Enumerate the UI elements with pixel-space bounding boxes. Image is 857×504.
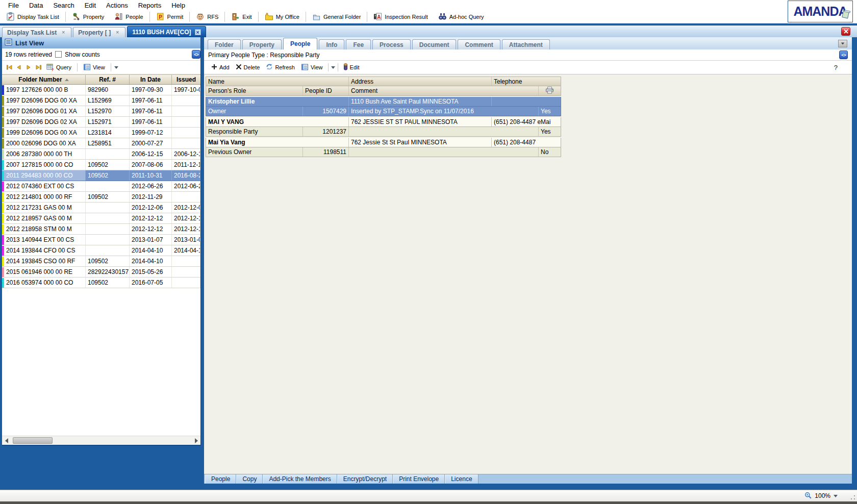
view-button[interactable]: View bbox=[298, 62, 325, 72]
detail-tab[interactable]: Document bbox=[412, 39, 457, 49]
detail-tab[interactable]: People bbox=[283, 38, 317, 49]
column-header-in-date[interactable]: In Date bbox=[130, 75, 172, 84]
resize-grip[interactable] bbox=[850, 495, 855, 500]
column-header-issued[interactable]: Issued bbox=[172, 75, 200, 84]
last-page-button[interactable] bbox=[34, 63, 42, 72]
folder-row[interactable]: 2014 193844 CFO 00 CS 2014-04-10 2014-04… bbox=[2, 245, 200, 256]
folder-row[interactable]: 2012 218958 STM 00 M 2012-12-12 2012-12-… bbox=[2, 224, 200, 235]
folder-row[interactable]: 2007 127815 000 00 CO 109502 2007-08-06 … bbox=[2, 160, 200, 170]
help-button[interactable]: ? bbox=[834, 64, 838, 71]
column-header-address[interactable]: Address bbox=[349, 77, 492, 86]
column-header-telephone[interactable]: Telephone bbox=[492, 77, 561, 86]
folder-row[interactable]: 1997 D26096 DOG 02 XA L152971 1997-06-11 bbox=[2, 117, 200, 128]
column-header-people-id[interactable]: People ID bbox=[303, 86, 349, 95]
people-bottom-tab[interactable]: Encrypt/Decrypt bbox=[337, 474, 393, 484]
detail-tab[interactable]: Info bbox=[319, 39, 344, 49]
folder-row[interactable]: 2012 217231 GAS 00 M 2012-12-06 2012-12-… bbox=[2, 203, 200, 213]
refresh-button[interactable]: Refresh bbox=[263, 62, 297, 72]
folder-row[interactable]: 2012 218957 GAS 00 M 2012-12-12 2012-12-… bbox=[2, 213, 200, 224]
main-toolbar: Display Task List Property People P Perm… bbox=[0, 10, 857, 23]
folder-row[interactable]: 2012 214801 000 00 RF 109502 2012-11-29 bbox=[2, 192, 200, 203]
column-header-ref[interactable]: Ref. # bbox=[86, 75, 130, 84]
people-bottom-tab[interactable]: Add-Pick the Members bbox=[263, 474, 337, 484]
general-folder-button[interactable]: General Folder bbox=[307, 11, 366, 22]
view-dropdown-icon[interactable] bbox=[114, 66, 118, 69]
tab-overflow-button[interactable] bbox=[838, 40, 847, 47]
menu-item[interactable]: Help bbox=[166, 2, 190, 9]
folder-row[interactable]: 2015 061946 000 00 RE 282922430157 2015-… bbox=[2, 267, 200, 278]
permit-button[interactable]: P Permit bbox=[151, 11, 189, 22]
previous-page-button[interactable] bbox=[15, 63, 23, 72]
folder-row[interactable]: 2006 287380 000 00 TH 2006-12-15 2006-12… bbox=[2, 149, 200, 160]
people-bottom-tab[interactable]: Print Envelope bbox=[393, 474, 445, 484]
adhoc-query-button[interactable]: Ad-hoc Query bbox=[433, 11, 489, 22]
panel-collapse-icon[interactable] bbox=[839, 51, 848, 59]
add-button[interactable]: Add bbox=[209, 62, 232, 72]
detail-tab[interactable]: Attachment bbox=[502, 39, 550, 49]
next-page-button[interactable] bbox=[24, 63, 33, 72]
close-tab-icon[interactable] bbox=[60, 30, 66, 36]
tab-display-task-list[interactable]: Display Task List bbox=[2, 27, 71, 37]
column-header-comment[interactable]: Comment bbox=[349, 86, 539, 95]
my-office-button[interactable]: My Office bbox=[260, 11, 305, 22]
show-counts-checkbox[interactable] bbox=[55, 51, 62, 58]
horizontal-scrollbar[interactable] bbox=[2, 436, 200, 445]
people-bottom-tab[interactable]: Licence bbox=[445, 474, 478, 484]
property-button[interactable]: Property bbox=[67, 11, 110, 22]
query-button[interactable]: ? Query bbox=[44, 62, 74, 72]
detail-tab[interactable]: Property bbox=[242, 39, 282, 49]
folder-row[interactable]: 1997 D26096 DOG 00 XA L152969 1997-06-11 bbox=[2, 95, 200, 106]
column-header-persons-role[interactable]: Person's Role bbox=[206, 86, 303, 95]
detail-tab[interactable]: Process bbox=[372, 39, 411, 49]
tab-property[interactable]: Property [ ] bbox=[73, 27, 125, 37]
folder-row[interactable]: 2013 140944 EXT 00 CS 2013-01-07 2013-01… bbox=[2, 235, 200, 245]
folder-row[interactable]: 1997 D26096 DOG 01 XA L152970 1997-06-11 bbox=[2, 106, 200, 117]
first-page-button[interactable] bbox=[5, 63, 13, 72]
people-bottom-tab[interactable]: People bbox=[205, 474, 236, 484]
display-task-list-button[interactable]: Display Task List bbox=[1, 11, 64, 22]
status-stripe bbox=[2, 149, 4, 159]
scroll-left-arrow[interactable] bbox=[2, 437, 11, 445]
delete-button[interactable]: Delete bbox=[233, 62, 263, 72]
edit-button[interactable]: Edit bbox=[341, 62, 362, 72]
close-tab-icon[interactable] bbox=[195, 29, 201, 35]
rfs-button[interactable]: RFS bbox=[191, 11, 223, 22]
view-dropdown-icon[interactable] bbox=[331, 66, 335, 69]
print-button[interactable] bbox=[539, 86, 561, 95]
folder-row[interactable]: 2012 074360 EXT 00 CS 2012-06-26 2012-06… bbox=[2, 181, 200, 192]
close-window-button[interactable] bbox=[841, 27, 850, 36]
people-bottom-tab[interactable]: Copy bbox=[236, 474, 263, 484]
inspection-result-button[interactable]: A Inspection Result bbox=[368, 11, 433, 22]
person-record[interactable]: MAI Y VANG 762 JESSIE ST ST PAUL MINNESO… bbox=[206, 117, 561, 137]
close-tab-icon[interactable] bbox=[114, 30, 120, 36]
panel-collapse-icon[interactable] bbox=[192, 50, 200, 59]
person-record[interactable]: Kristopher Lillie 1110 Bush Ave Saint Pa… bbox=[206, 97, 561, 116]
detail-tab[interactable]: Fee bbox=[346, 39, 371, 49]
people-button[interactable]: People bbox=[109, 11, 148, 22]
detail-tab[interactable]: Comment bbox=[458, 39, 500, 49]
menu-item[interactable]: Edit bbox=[80, 2, 101, 9]
view-button[interactable]: View bbox=[81, 62, 108, 72]
folder-row[interactable]: 2014 193845 CSO 00 RF 109502 2014-04-10 bbox=[2, 256, 200, 267]
menu-item[interactable]: Reports bbox=[133, 2, 167, 9]
column-header-folder-number[interactable]: Folder Number bbox=[2, 75, 86, 84]
exit-button[interactable]: Exit bbox=[226, 11, 257, 22]
scroll-right-arrow[interactable] bbox=[192, 437, 200, 445]
folder-row[interactable]: 2016 053974 000 00 CO 109502 2016-07-05 bbox=[2, 278, 200, 288]
scrollbar-thumb[interactable] bbox=[13, 437, 53, 444]
folder-row[interactable]: 1999 D26096 DOG 00 XA L231814 1999-07-12 bbox=[2, 128, 200, 138]
tab-1110-bush-ave[interactable]: 1110 BUSH AVE[CO] bbox=[127, 26, 206, 37]
menu-item[interactable]: Data bbox=[24, 2, 48, 9]
person-record[interactable]: Mai Yia Vang 762 Jessie St St Paul MINNE… bbox=[206, 138, 561, 157]
folder-row[interactable]: 2000 026096 DOG 00 XA L258951 2000-07-27 bbox=[2, 138, 200, 149]
zoom-dropdown-icon[interactable] bbox=[834, 495, 838, 497]
detail-tab[interactable]: Folder bbox=[208, 39, 241, 49]
folder-row[interactable]: 2011 294483 000 00 CO 109502 2011-10-31 … bbox=[2, 170, 200, 181]
menu-item[interactable]: Actions bbox=[101, 2, 133, 9]
folder-row[interactable]: 1997 127626 000 00 B 982960 1997-09-30 1… bbox=[2, 85, 200, 95]
column-header-name[interactable]: Name bbox=[206, 77, 349, 86]
menu-item[interactable]: File bbox=[3, 2, 24, 9]
toolbar-separator bbox=[189, 12, 190, 22]
menu-item[interactable]: Search bbox=[48, 2, 79, 9]
zoom-control[interactable]: 100% bbox=[804, 492, 838, 500]
